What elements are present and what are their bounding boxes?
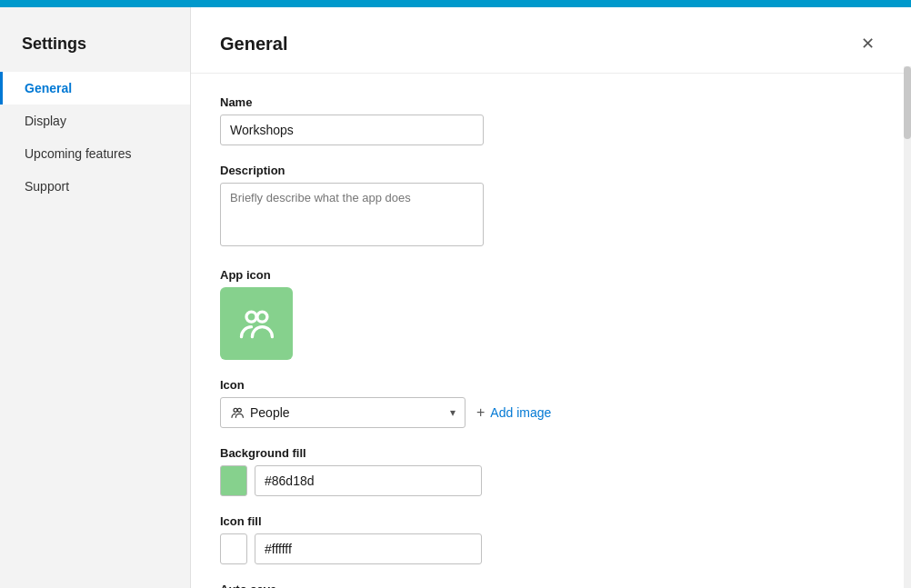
- icon-fill-input[interactable]: [255, 533, 482, 564]
- plus-icon: +: [476, 404, 485, 421]
- sidebar-item-support[interactable]: Support: [0, 170, 190, 203]
- icon-fill-swatch[interactable]: [220, 533, 247, 564]
- close-icon: ✕: [861, 34, 875, 54]
- icon-select-left: People: [230, 405, 290, 420]
- description-input[interactable]: [220, 183, 484, 246]
- auto-save-field-group: Auto save: [220, 583, 882, 588]
- panel-header: General ✕: [191, 7, 911, 74]
- sidebar-item-general[interactable]: General: [0, 72, 190, 105]
- icon-label: Icon: [220, 378, 882, 392]
- scrollbar-track[interactable]: [904, 66, 911, 588]
- icon-selected-value: People: [250, 405, 290, 420]
- background-fill-field-group: Background fill: [220, 446, 882, 496]
- background-fill-input[interactable]: [255, 465, 482, 496]
- main-panel: General ✕ Name Description: [191, 7, 911, 588]
- name-field-group: Name: [220, 95, 882, 145]
- sidebar-item-upcoming-features[interactable]: Upcoming features: [0, 137, 190, 170]
- svg-point-2: [234, 408, 237, 412]
- sidebar-title: Settings: [0, 25, 190, 72]
- icon-field-group: Icon People: [220, 378, 882, 428]
- scrollbar-thumb[interactable]: [904, 66, 911, 139]
- icon-row: People ▾ + Add image: [220, 397, 882, 428]
- people-select-icon: [230, 405, 245, 420]
- auto-save-label: Auto save: [220, 583, 882, 588]
- description-label: Description: [220, 164, 882, 177]
- name-label: Name: [220, 95, 882, 109]
- background-fill-label: Background fill: [220, 446, 882, 460]
- svg-point-3: [237, 408, 241, 412]
- icon-fill-row: [220, 533, 882, 564]
- icon-fill-label: Icon fill: [220, 514, 882, 528]
- add-image-label: Add image: [490, 405, 551, 420]
- icon-dropdown[interactable]: People ▾: [220, 397, 466, 428]
- name-input[interactable]: [220, 115, 484, 145]
- svg-point-0: [246, 312, 256, 322]
- description-field-group: Description: [220, 164, 882, 250]
- add-image-button[interactable]: + Add image: [476, 404, 551, 421]
- settings-sidebar: Settings General Display Upcoming featur…: [0, 7, 191, 588]
- background-fill-row: [220, 465, 882, 496]
- close-button[interactable]: ✕: [853, 29, 882, 58]
- app-icon-preview[interactable]: [220, 287, 293, 360]
- sidebar-item-display[interactable]: Display: [0, 105, 190, 137]
- app-icon-field-group: App icon: [220, 268, 882, 360]
- panel-body: Name Description App icon: [191, 74, 911, 588]
- chevron-down-icon: ▾: [450, 406, 456, 419]
- top-bar: [0, 0, 911, 7]
- svg-point-1: [257, 312, 267, 322]
- background-fill-swatch[interactable]: [220, 465, 247, 496]
- people-icon-svg: [236, 304, 276, 344]
- panel-title: General: [220, 34, 287, 55]
- app-icon-label: App icon: [220, 268, 882, 282]
- icon-fill-field-group: Icon fill: [220, 514, 882, 564]
